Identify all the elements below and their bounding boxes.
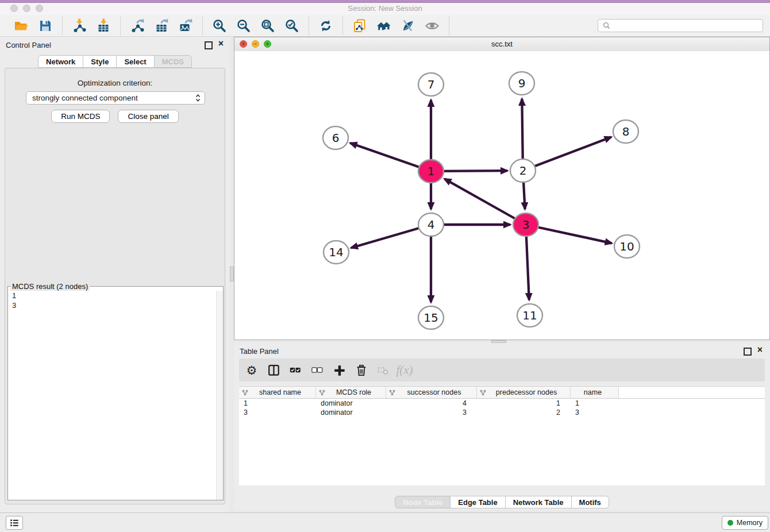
criterion-select[interactable]: strongly connected component — [26, 91, 205, 105]
eye-icon[interactable] — [424, 18, 440, 34]
result-scrollbar[interactable] — [216, 291, 223, 500]
search-input[interactable] — [613, 20, 763, 32]
node-label: 8 — [622, 125, 630, 138]
node-label: 7 — [428, 78, 435, 91]
home-view-icon[interactable] — [376, 18, 392, 34]
edge-2-8[interactable] — [523, 137, 611, 171]
result-line: 1 — [8, 291, 223, 300]
status-bar: Memory — [0, 512, 770, 532]
tab-node-table[interactable]: Node Table — [395, 496, 451, 508]
edge-3-1[interactable] — [445, 179, 526, 225]
gear-icon[interactable]: ⚙ — [245, 363, 259, 377]
memory-status-icon — [727, 520, 733, 526]
mcds-result-title: MCDS result (2 nodes) — [10, 282, 90, 291]
task-history-button[interactable] — [6, 516, 23, 530]
column-header-successor-nodes[interactable]: successor nodes — [386, 387, 477, 398]
node-8[interactable]: 8 — [613, 120, 638, 143]
vertical-splitter[interactable] — [230, 37, 234, 512]
node-label: 3 — [522, 218, 530, 232]
mcds-result-text[interactable]: 13 — [8, 291, 223, 500]
table-cell[interactable]: dominator — [316, 399, 386, 408]
network-view-frame: × − + scc.txt 7968124314101511 — [234, 37, 770, 340]
table-row[interactable]: 1dominator411 — [239, 399, 765, 408]
optimization-criterion-label: Optimization criterion: — [5, 79, 225, 87]
close-panel-button[interactable]: Close panel — [118, 110, 178, 123]
node-label: 10 — [619, 240, 634, 253]
table-cell[interactable]: 1 — [477, 399, 571, 408]
import-network-icon[interactable] — [71, 18, 87, 34]
delete-table-icon — [376, 363, 390, 377]
clone-network-icon[interactable] — [352, 18, 368, 34]
table-header-row: shared nameMCDS rolesuccessor nodesprede… — [239, 387, 765, 399]
run-mcds-button[interactable]: Run MCDS — [51, 110, 110, 123]
table-row[interactable]: 3dominator323 — [239, 408, 765, 417]
search-box[interactable] — [598, 19, 763, 32]
table-cell[interactable]: 3 — [571, 408, 619, 417]
table-cell[interactable]: 3 — [239, 408, 316, 417]
fit-content-icon[interactable] — [260, 18, 276, 34]
columns-icon[interactable] — [267, 363, 280, 377]
table-cell[interactable]: dominator — [316, 408, 386, 417]
export-image-icon[interactable] — [178, 18, 194, 34]
delete-row-icon[interactable] — [354, 363, 368, 377]
node-label: 15 — [424, 311, 438, 325]
network-graph: 7968124314101511 — [234, 51, 769, 340]
table-panel-title: Table Panel — [240, 347, 279, 356]
import-table-icon[interactable] — [95, 18, 111, 34]
select-all-icon[interactable] — [288, 363, 302, 377]
save-session-icon[interactable] — [37, 18, 53, 34]
column-header-predecessor-nodes[interactable]: predecessor nodes — [477, 387, 571, 398]
table-cell[interactable]: 1 — [239, 399, 316, 408]
export-table-icon[interactable] — [153, 18, 170, 34]
node-label: 4 — [428, 218, 435, 232]
node-2[interactable]: 2 — [510, 159, 536, 182]
table-cell[interactable]: 3 — [386, 408, 477, 417]
node-14[interactable]: 14 — [324, 241, 349, 264]
toolbar-group — [343, 17, 449, 35]
column-header-name[interactable]: name — [571, 387, 619, 398]
table-cell[interactable]: 1 — [571, 399, 619, 408]
zoom-in-icon[interactable] — [211, 18, 228, 34]
float-table-panel-icon[interactable] — [744, 348, 752, 356]
tab-motifs[interactable]: Motifs — [571, 496, 609, 508]
add-row-icon[interactable] — [332, 363, 346, 377]
control-panel-title: Control Panel — [6, 41, 51, 49]
node-7[interactable]: 7 — [418, 73, 444, 96]
network-view-titlebar[interactable]: × − + scc.txt — [234, 37, 769, 52]
node-1[interactable]: 1 — [418, 160, 444, 183]
column-header-MCDS-role[interactable]: MCDS role — [316, 387, 386, 398]
zoom-out-icon[interactable] — [236, 18, 252, 34]
node-label: 14 — [329, 245, 343, 259]
vertical-splitter-grip[interactable] — [230, 267, 234, 282]
tab-network-table[interactable]: Network Table — [505, 496, 572, 508]
float-panel-icon[interactable] — [205, 41, 213, 49]
node-label: 11 — [522, 309, 537, 322]
tab-mcds[interactable]: MCDS — [154, 55, 192, 68]
node-10[interactable]: 10 — [614, 235, 640, 258]
tab-network[interactable]: Network — [38, 55, 83, 68]
node-4[interactable]: 4 — [418, 213, 444, 236]
close-table-panel-icon[interactable]: × — [757, 345, 763, 355]
node-9[interactable]: 9 — [509, 72, 534, 95]
export-network-icon[interactable] — [129, 18, 145, 34]
graphics-details-icon[interactable] — [400, 18, 416, 34]
node-11[interactable]: 11 — [517, 304, 542, 327]
memory-button[interactable]: Memory — [722, 516, 768, 530]
tab-select[interactable]: Select — [116, 55, 154, 68]
unselect-all-icon[interactable] — [310, 363, 324, 377]
node-6[interactable]: 6 — [323, 126, 348, 149]
refresh-view-icon[interactable] — [318, 18, 334, 34]
table-cell[interactable]: 2 — [477, 408, 571, 417]
window-title: Session: New Session — [0, 4, 770, 13]
table-cell[interactable]: 4 — [386, 399, 477, 408]
tab-edge-table[interactable]: Edge Table — [450, 496, 505, 508]
node-15[interactable]: 15 — [418, 306, 444, 329]
tab-style[interactable]: Style — [83, 55, 117, 68]
open-session-icon[interactable] — [13, 18, 29, 34]
close-panel-icon[interactable]: × — [218, 38, 224, 49]
network-canvas[interactable]: 7968124314101511 — [234, 51, 769, 340]
column-header-shared-name[interactable]: shared name — [239, 387, 316, 398]
node-3[interactable]: 3 — [513, 213, 538, 236]
zoom-selected-icon[interactable] — [284, 18, 300, 34]
search-icon — [603, 22, 610, 29]
